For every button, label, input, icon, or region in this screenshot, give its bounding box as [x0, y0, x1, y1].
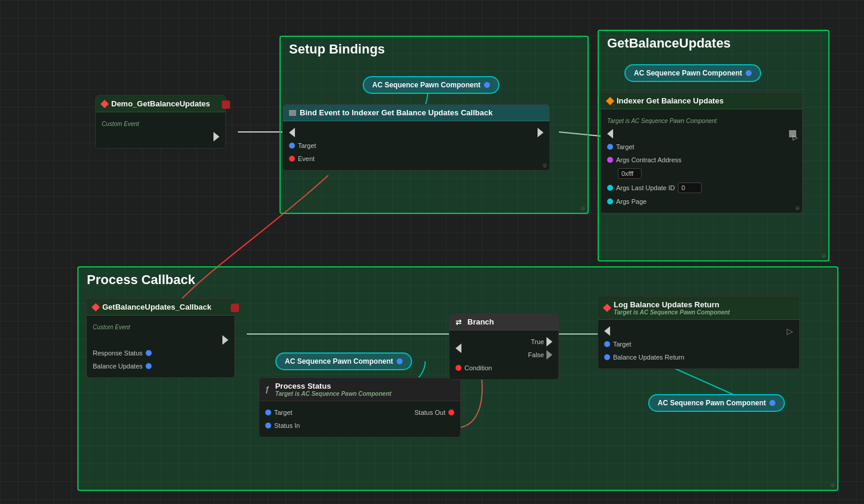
exec-out-pin: [213, 132, 219, 141]
bind-event-pin-row: Event: [283, 152, 549, 165]
log-subtitle: Target is AC Sequence Pawn Component: [614, 309, 730, 316]
ac-seq-pin-blue-setup: [484, 82, 490, 88]
resize-handle-indexer[interactable]: ⟱: [795, 205, 800, 212]
log-body: ▷ Target Balance Updates Return: [598, 320, 799, 368]
ac-seq-pill-getbal[interactable]: AC Sequence Pawn Component: [624, 64, 761, 82]
ac-seq-pill-process[interactable]: AC Sequence Pawn Component: [275, 352, 412, 370]
callback-balance-row: Balance Updates: [87, 360, 234, 373]
resize-handle-setup[interactable]: ⟱: [580, 205, 585, 212]
resize-handle-bind[interactable]: ⟱: [542, 162, 547, 169]
exec-out-log-empty: ▷: [787, 326, 793, 336]
log-balance-updates-node[interactable]: Log Balance Updates Return Target is AC …: [598, 296, 800, 369]
demo-node-header: Demo_GetBalanceUpdates: [96, 96, 225, 112]
ac-seq-pin-blue-log: [769, 400, 775, 406]
process-status-pins-row: Target Status Out: [259, 406, 460, 419]
last-update-id-input[interactable]: 0: [678, 182, 702, 193]
process-status-body: Target Status Out Status In: [259, 401, 460, 437]
callback-response-row: Response Status: [87, 346, 234, 360]
log-exec-row: ▷: [598, 325, 799, 338]
indexer-last-update-row: Args Last Update ID 0: [601, 181, 802, 195]
demo-get-balance-updates-node[interactable]: Demo_GetBalanceUpdates Custom Event: [95, 95, 226, 149]
process-status-node[interactable]: ƒ Process Status Target is AC Sequence P…: [259, 377, 461, 437]
ac-seq-pin-blue-getbal: [746, 70, 752, 76]
callback-body: Custom Event Response Status Balance Upd…: [87, 316, 234, 377]
indexer-last-update-pin: [607, 185, 613, 191]
response-pin: [146, 350, 152, 356]
demo-node-body: Custom Event: [96, 112, 225, 148]
branch-icon: ⇄: [455, 318, 461, 326]
log-balance-return-pin: [604, 354, 610, 360]
exec-in-log: [604, 326, 610, 336]
branch-condition-row: Condition: [450, 361, 558, 374]
exec-out-indexer: ▷: [789, 130, 796, 137]
callback-subtitle: Custom Event: [87, 320, 234, 333]
target-pin-blue: [289, 143, 295, 149]
bind-event-node[interactable]: Bind Event to Indexer Get Balance Update…: [282, 104, 550, 171]
process-callback-title: Process Callback: [78, 267, 837, 292]
log-diamond-icon: [603, 304, 611, 312]
balance-pin: [146, 363, 152, 369]
ps-status-in-pin: [265, 423, 271, 429]
exec-in-indexer: [607, 129, 613, 138]
ps-status-out-pin: [448, 410, 454, 415]
bind-target-row: Target: [283, 139, 549, 152]
bind-event-header: Bind Event to Indexer Get Balance Update…: [283, 105, 549, 121]
log-target-row: Target: [598, 338, 799, 351]
indexer-get-balance-node[interactable]: Indexer Get Balance Updates Target is AC…: [601, 92, 803, 213]
exec-out-callback: [222, 335, 228, 345]
indexer-target-row: Target: [601, 140, 802, 153]
branch-title: Branch: [467, 317, 494, 326]
indexer-header: Indexer Get Balance Updates: [601, 93, 802, 109]
branch-header: ⇄ Branch: [450, 314, 558, 330]
bind-event-label: Event: [298, 155, 315, 162]
callback-title: GetBalanceUpdates_Callback: [102, 303, 212, 311]
ac-seq-pill-setup[interactable]: AC Sequence Pawn Component: [363, 76, 499, 94]
indexer-exec-row: ▷: [601, 127, 802, 140]
demo-node-title: Demo_GetBalanceUpdates: [111, 99, 210, 108]
indexer-body: Target is AC Sequence Pawn Component ▷ T…: [601, 109, 802, 213]
demo-subtitle-row: Custom Event: [96, 117, 225, 130]
ac-seq-getbal-label: AC Sequence Pawn Component: [634, 69, 742, 77]
ac-seq-pill-log[interactable]: AC Sequence Pawn Component: [648, 394, 785, 412]
exec-in-pin-bind: [289, 128, 295, 137]
branch-node[interactable]: ⇄ Branch True False Condition: [449, 313, 559, 380]
get-balance-title: GetBalanceUpdates: [599, 31, 828, 56]
indexer-contract-val-row: 0xfff: [601, 166, 802, 181]
resize-handle-getbal[interactable]: ⟱: [821, 253, 826, 259]
indexer-contract-pin: [607, 157, 613, 163]
log-target-pin: [604, 341, 610, 347]
event-diamond-icon: [100, 99, 109, 108]
bind-target-label: Target: [298, 142, 316, 149]
branch-exec-row: True False: [450, 335, 558, 361]
ac-seq-process-label: AC Sequence Pawn Component: [285, 357, 393, 366]
contract-address-input[interactable]: 0xfff: [618, 168, 642, 179]
indexer-contract-row: Args Contract Address: [601, 153, 802, 166]
branch-condition-pin: [455, 365, 461, 371]
exec-false-pin: [546, 350, 552, 360]
exec-true-pin: [546, 337, 552, 346]
event-pin-red: [289, 156, 295, 162]
bind-event-body: Target Event: [283, 121, 549, 170]
log-header: Log Balance Updates Return Target is AC …: [598, 297, 799, 320]
exec-out-pin-bind: [538, 128, 543, 137]
get-balance-callback-node[interactable]: GetBalanceUpdates_Callback Custom Event …: [86, 298, 235, 378]
bind-exec-row: [283, 126, 549, 139]
callback-exec-row: [87, 333, 234, 346]
process-status-subtitle: Target is AC Sequence Pawn Component: [275, 390, 391, 397]
ac-seq-pin-blue-process: [397, 358, 403, 364]
process-status-title: Process Status: [275, 382, 391, 390]
exec-in-branch: [455, 344, 461, 353]
indexer-page-pin: [607, 199, 613, 204]
branch-body: True False Condition: [450, 330, 558, 379]
process-status-in-row: Status In: [259, 419, 460, 432]
resize-handle-process[interactable]: ⟱: [830, 482, 835, 489]
indexer-subtitle: Target is AC Sequence Pawn Component: [601, 114, 802, 127]
ac-seq-log-label: AC Sequence Pawn Component: [658, 399, 766, 407]
bind-event-title: Bind Event to Indexer Get Balance Update…: [300, 108, 492, 117]
indexer-diamond-icon: [606, 96, 614, 105]
indexer-title: Indexer Get Balance Updates: [617, 96, 724, 105]
func-icon: ƒ: [265, 385, 269, 393]
ps-target-pin: [265, 410, 271, 415]
callback-diamond-icon: [92, 303, 100, 311]
indexer-page-row: Args Page: [601, 195, 802, 208]
